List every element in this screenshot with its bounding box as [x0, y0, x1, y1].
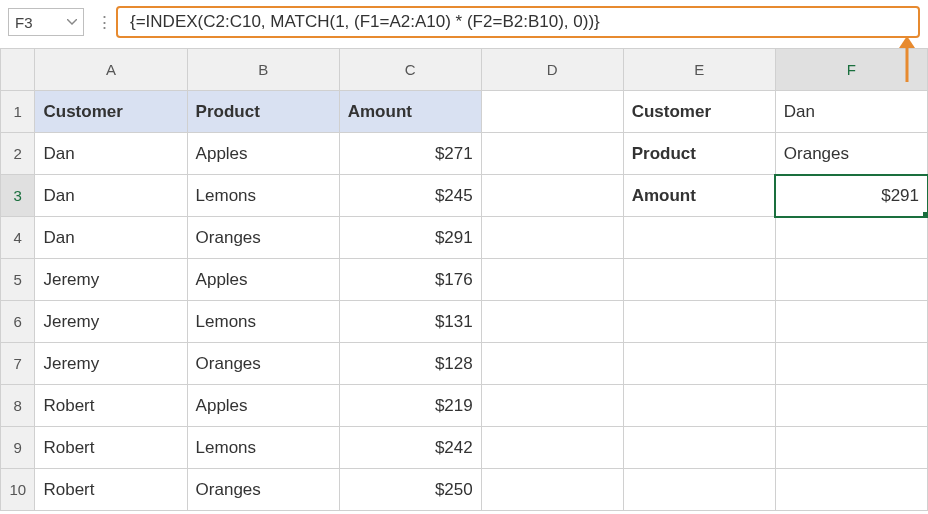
cell-C5[interactable]: $176 [339, 259, 481, 301]
cell-F8[interactable] [775, 385, 927, 427]
cell-F2[interactable]: Oranges [775, 133, 927, 175]
cell-B1[interactable]: Product [187, 91, 339, 133]
cell-C1[interactable]: Amount [339, 91, 481, 133]
cell-D8[interactable] [481, 385, 623, 427]
row-header-8[interactable]: 8 [1, 385, 35, 427]
cell-B8[interactable]: Apples [187, 385, 339, 427]
cell-A5[interactable]: Jeremy [35, 259, 187, 301]
cell-F5[interactable] [775, 259, 927, 301]
row-header-4[interactable]: 4 [1, 217, 35, 259]
cell-A4[interactable]: Dan [35, 217, 187, 259]
chevron-down-icon [67, 19, 77, 25]
column-header-A[interactable]: A [35, 49, 187, 91]
cell-E2[interactable]: Product [623, 133, 775, 175]
column-header-B[interactable]: B [187, 49, 339, 91]
cell-C10[interactable]: $250 [339, 469, 481, 511]
cell-D3[interactable] [481, 175, 623, 217]
column-header-C[interactable]: C [339, 49, 481, 91]
row-header-9[interactable]: 9 [1, 427, 35, 469]
cell-B4[interactable]: Oranges [187, 217, 339, 259]
cell-C3[interactable]: $245 [339, 175, 481, 217]
cell-A9[interactable]: Robert [35, 427, 187, 469]
cell-B2[interactable]: Apples [187, 133, 339, 175]
cell-C7[interactable]: $128 [339, 343, 481, 385]
cell-D9[interactable] [481, 427, 623, 469]
row-header-10[interactable]: 10 [1, 469, 35, 511]
cell-D4[interactable] [481, 217, 623, 259]
spreadsheet-grid[interactable]: ABCDEF 1CustomerProductAmountCustomerDan… [0, 48, 928, 511]
cell-E4[interactable] [623, 217, 775, 259]
cell-B7[interactable]: Oranges [187, 343, 339, 385]
cell-C2[interactable]: $271 [339, 133, 481, 175]
formula-input[interactable] [128, 11, 908, 33]
row-header-5[interactable]: 5 [1, 259, 35, 301]
cell-F10[interactable] [775, 469, 927, 511]
cell-D1[interactable] [481, 91, 623, 133]
row-header-2[interactable]: 2 [1, 133, 35, 175]
cell-F3[interactable]: $291 [775, 175, 927, 217]
cell-E10[interactable] [623, 469, 775, 511]
column-header-D[interactable]: D [481, 49, 623, 91]
formula-toolbar: F3 ⋮ [0, 0, 928, 48]
cell-D6[interactable] [481, 301, 623, 343]
row-header-6[interactable]: 6 [1, 301, 35, 343]
cell-F7[interactable] [775, 343, 927, 385]
row-header-1[interactable]: 1 [1, 91, 35, 133]
cell-B5[interactable]: Apples [187, 259, 339, 301]
column-header-E[interactable]: E [623, 49, 775, 91]
cell-D2[interactable] [481, 133, 623, 175]
cell-A1[interactable]: Customer [35, 91, 187, 133]
cell-D5[interactable] [481, 259, 623, 301]
cell-B10[interactable]: Oranges [187, 469, 339, 511]
cell-C9[interactable]: $242 [339, 427, 481, 469]
cell-E8[interactable] [623, 385, 775, 427]
row-header-3[interactable]: 3 [1, 175, 35, 217]
cell-E1[interactable]: Customer [623, 91, 775, 133]
cell-E9[interactable] [623, 427, 775, 469]
name-box[interactable]: F3 [8, 8, 84, 36]
cell-F6[interactable] [775, 301, 927, 343]
svg-marker-1 [899, 36, 915, 48]
cell-F4[interactable] [775, 217, 927, 259]
cell-A8[interactable]: Robert [35, 385, 187, 427]
cell-C6[interactable]: $131 [339, 301, 481, 343]
name-box-value: F3 [15, 14, 61, 31]
cell-A3[interactable]: Dan [35, 175, 187, 217]
cell-D7[interactable] [481, 343, 623, 385]
cell-A2[interactable]: Dan [35, 133, 187, 175]
select-all-corner[interactable] [1, 49, 35, 91]
cell-E3[interactable]: Amount [623, 175, 775, 217]
cell-B9[interactable]: Lemons [187, 427, 339, 469]
cell-A10[interactable]: Robert [35, 469, 187, 511]
arrow-up-icon [896, 36, 918, 82]
cell-D10[interactable] [481, 469, 623, 511]
toolbar-separator: ⋮ [96, 12, 104, 33]
cell-B3[interactable]: Lemons [187, 175, 339, 217]
cell-F1[interactable]: Dan [775, 91, 927, 133]
cell-C8[interactable]: $219 [339, 385, 481, 427]
cell-A7[interactable]: Jeremy [35, 343, 187, 385]
cell-B6[interactable]: Lemons [187, 301, 339, 343]
row-header-7[interactable]: 7 [1, 343, 35, 385]
cell-E5[interactable] [623, 259, 775, 301]
cell-E6[interactable] [623, 301, 775, 343]
cell-C4[interactable]: $291 [339, 217, 481, 259]
cell-F9[interactable] [775, 427, 927, 469]
formula-bar[interactable] [116, 6, 920, 38]
cell-E7[interactable] [623, 343, 775, 385]
cell-A6[interactable]: Jeremy [35, 301, 187, 343]
